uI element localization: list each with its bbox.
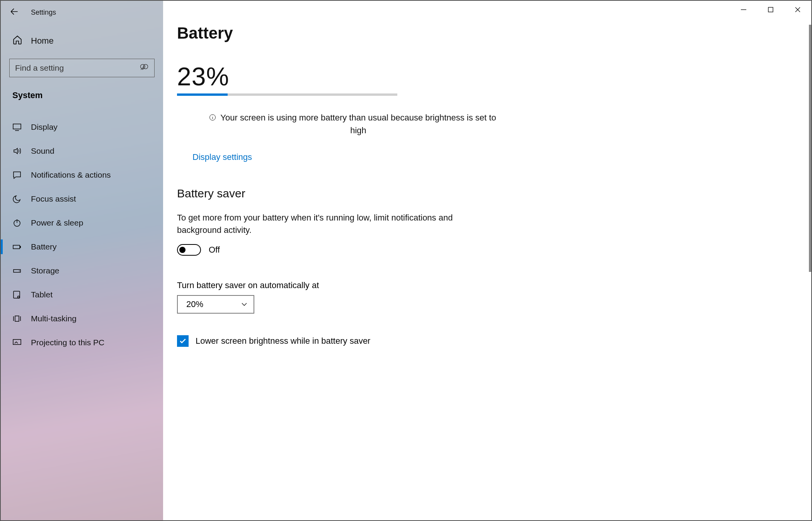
svg-point-19 — [18, 296, 20, 298]
sidebar-item-sound[interactable]: Sound — [1, 139, 163, 163]
sidebar-item-label: Sound — [31, 146, 54, 156]
settings-window: Settings Home System Display Sound — [0, 0, 812, 521]
search-input[interactable] — [15, 63, 140, 73]
category-heading: System — [1, 77, 163, 104]
close-button[interactable] — [784, 1, 811, 19]
minimize-button[interactable] — [730, 1, 757, 19]
window-title: Settings — [31, 8, 56, 17]
battery-bar-fill — [177, 93, 228, 96]
sidebar-item-label: Tablet — [31, 290, 53, 299]
sidebar-item-display[interactable]: Display — [1, 115, 163, 139]
display-settings-link[interactable]: Display settings — [192, 152, 252, 162]
sidebar-item-label: Battery — [31, 242, 57, 251]
arrow-left-icon — [9, 7, 19, 17]
home-label: Home — [31, 36, 54, 46]
sidebar-item-projecting[interactable]: Projecting to this PC — [1, 331, 163, 355]
sidebar-item-focus-assist[interactable]: Focus assist — [1, 187, 163, 211]
speaker-icon — [12, 146, 22, 156]
svg-rect-15 — [20, 246, 21, 248]
toggle-track — [177, 244, 201, 256]
content-pane: Battery 23% Your screen is using more ba… — [163, 1, 811, 520]
minimize-icon — [741, 7, 747, 13]
select-value: 20% — [186, 299, 203, 309]
search-icon — [140, 63, 149, 73]
lower-brightness-label: Lower screen brightness while in battery… — [196, 336, 370, 346]
toggle-knob — [179, 247, 186, 253]
sidebar-item-tablet[interactable]: Tablet — [1, 283, 163, 307]
svg-line-9 — [142, 68, 144, 70]
battery-percent: 23% — [177, 62, 811, 91]
back-button[interactable] — [9, 7, 19, 18]
sidebar-item-label: Notifications & actions — [31, 170, 111, 180]
close-icon — [795, 7, 801, 13]
sidebar-item-label: Display — [31, 122, 58, 132]
auto-on-label: Turn battery saver on automatically at — [177, 280, 811, 290]
battery-saver-description: To get more from your battery when it's … — [177, 212, 478, 236]
sidebar-item-multitasking[interactable]: Multi-tasking — [1, 307, 163, 331]
nav-list: Display Sound Notifications & actions Fo… — [1, 115, 163, 355]
window-controls — [730, 1, 811, 19]
battery-saver-toggle[interactable]: Off — [177, 244, 811, 256]
chevron-down-icon — [241, 301, 247, 307]
info-message: Your screen is using more battery than u… — [195, 111, 512, 137]
svg-point-8 — [143, 64, 148, 69]
maximize-button[interactable] — [757, 1, 784, 19]
sidebar-item-storage[interactable]: Storage — [1, 259, 163, 283]
sidebar-item-label: Multi-tasking — [31, 314, 77, 323]
sidebar-item-label: Storage — [31, 266, 60, 275]
battery-bar — [177, 93, 397, 96]
svg-rect-10 — [13, 124, 21, 129]
moon-icon — [12, 194, 22, 204]
svg-point-17 — [19, 271, 20, 272]
project-icon — [12, 338, 22, 347]
lower-brightness-checkbox[interactable] — [177, 335, 189, 347]
page-title: Battery — [177, 24, 811, 42]
message-icon — [12, 170, 22, 180]
search-box[interactable] — [9, 59, 155, 77]
svg-rect-18 — [14, 291, 20, 298]
sidebar-item-label: Power & sleep — [31, 218, 83, 227]
sidebar-item-label: Projecting to this PC — [31, 338, 104, 347]
toggle-state-label: Off — [209, 245, 220, 255]
battery-icon — [12, 242, 22, 251]
tablet-icon — [12, 290, 22, 299]
maximize-icon — [768, 7, 774, 13]
home-nav[interactable]: Home — [1, 24, 163, 56]
monitor-icon — [12, 122, 22, 132]
svg-rect-23 — [13, 339, 21, 345]
header-bar: Settings — [1, 1, 163, 24]
sidebar-item-power-sleep[interactable]: Power & sleep — [1, 211, 163, 235]
battery-saver-heading: Battery saver — [177, 187, 811, 200]
multitask-icon — [12, 314, 22, 323]
info-text: Your screen is using more battery than u… — [219, 111, 497, 137]
sidebar-item-notifications[interactable]: Notifications & actions — [1, 163, 163, 187]
check-icon — [179, 337, 187, 345]
scrollbar[interactable] — [809, 25, 811, 272]
home-icon — [12, 35, 22, 47]
drive-icon — [12, 266, 22, 275]
sidebar: Settings Home System Display Sound — [1, 1, 163, 520]
info-icon — [209, 114, 216, 121]
sidebar-item-label: Focus assist — [31, 194, 76, 204]
lower-brightness-row[interactable]: Lower screen brightness while in battery… — [177, 335, 811, 347]
svg-rect-1 — [768, 7, 773, 12]
sidebar-item-battery[interactable]: Battery — [1, 235, 163, 259]
auto-on-threshold-select[interactable]: 20% — [177, 295, 254, 314]
power-icon — [12, 218, 22, 227]
svg-rect-14 — [13, 245, 20, 249]
svg-rect-22 — [15, 316, 19, 321]
